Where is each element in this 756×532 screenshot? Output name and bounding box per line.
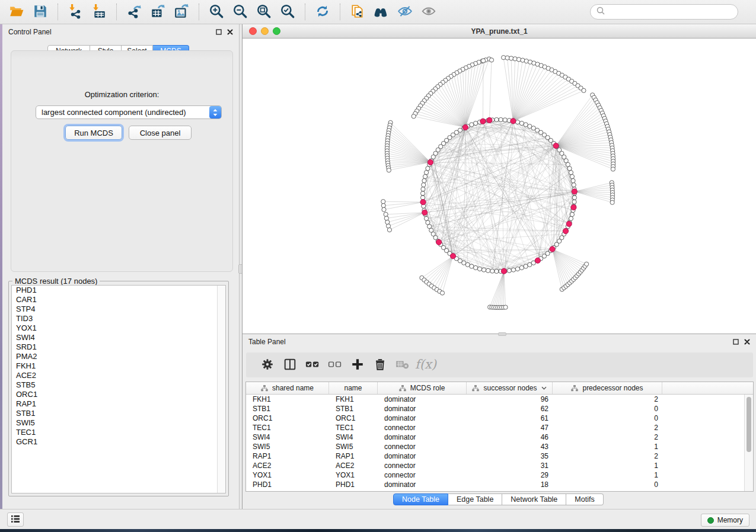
tab-network-table[interactable]: Network Table	[502, 493, 566, 505]
column-header-predecessor-nodes[interactable]: predecessor nodes	[553, 382, 662, 394]
mcds-result-item[interactable]: STB1	[12, 409, 225, 418]
window-minimize-button[interactable]	[261, 27, 269, 35]
cell-MCDS-role: connector	[378, 462, 467, 470]
mcds-result-item[interactable]: CAR1	[12, 295, 225, 305]
memory-button[interactable]: Memory	[701, 514, 749, 527]
zoom-selected-button[interactable]	[277, 2, 298, 22]
run-mcds-button[interactable]: Run MCDS	[65, 126, 122, 140]
table-row[interactable]: TEC1TEC1connector472	[246, 423, 744, 432]
mcds-result-item[interactable]: PHD1	[12, 286, 225, 295]
close-panel-icon[interactable]	[227, 29, 233, 35]
table-row[interactable]: STB1STB1dominator620	[246, 404, 744, 414]
delete-table-button[interactable]	[391, 355, 414, 375]
select-all-button[interactable]	[301, 355, 324, 375]
mcds-result-group: MCDS result (17 nodes) PHD1CAR1STP4TID3Y…	[8, 281, 229, 496]
graphics-details-button[interactable]	[395, 2, 415, 22]
deselect-all-button[interactable]	[324, 355, 346, 375]
mcds-result-item[interactable]: YOX1	[12, 323, 225, 333]
open-session-button[interactable]	[7, 2, 27, 22]
network-window-titlebar[interactable]: YPA_prune.txt_1	[243, 24, 756, 39]
network-canvas[interactable]	[243, 39, 756, 333]
task-history-button[interactable]	[7, 512, 24, 527]
mcds-result-item[interactable]: STB5	[12, 380, 225, 390]
new-network-from-selection-button[interactable]	[347, 2, 368, 22]
add-row-button[interactable]	[346, 355, 369, 375]
search-input[interactable]	[605, 8, 732, 17]
float-panel-icon[interactable]	[733, 339, 739, 345]
birds-eye-view-button[interactable]	[419, 2, 439, 22]
optimization-criterion-select[interactable]: largest connected component (undirected)	[36, 105, 222, 119]
mcds-result-item[interactable]: FKH1	[12, 361, 225, 371]
show-columns-button[interactable]	[279, 355, 301, 375]
horizontal-splitter-handle[interactable]	[498, 332, 506, 336]
toolbar-separator	[305, 4, 305, 20]
table-row[interactable]: ACE2ACE2connector311	[246, 461, 744, 470]
zoom-out-button[interactable]	[230, 2, 250, 22]
tab-edge-table[interactable]: Edge Table	[448, 493, 502, 505]
mcds-result-item[interactable]: TID3	[12, 314, 225, 323]
table-row[interactable]: SWI4SWI4dominator462	[246, 432, 744, 442]
toolbar-separator	[116, 4, 117, 20]
cell-successor-nodes: 43	[467, 443, 553, 451]
function-builder-button[interactable]: f(x)	[414, 355, 436, 375]
close-panel-button[interactable]: Close panel	[129, 126, 192, 140]
window-close-button[interactable]	[249, 27, 257, 35]
cell-MCDS-role: dominator	[378, 395, 467, 403]
mcds-result-item[interactable]: TEC1	[12, 428, 225, 437]
mcds-result-item[interactable]: PMA2	[12, 352, 225, 361]
column-header-name[interactable]: name	[329, 382, 378, 394]
table-row[interactable]: RAP1RAP1dominator352	[246, 451, 744, 461]
network-view-panel: YPA_prune.txt_1	[242, 24, 756, 334]
cell-successor-nodes: 18	[467, 480, 553, 489]
memory-label: Memory	[717, 516, 743, 524]
column-header-shared-name[interactable]: shared name	[246, 382, 329, 394]
tab-motifs[interactable]: Motifs	[566, 493, 603, 505]
tab-node-table[interactable]: Node Table	[393, 493, 448, 505]
fx-icon: f(x)	[413, 356, 438, 374]
export-table-icon	[150, 4, 165, 21]
table-settings-button[interactable]	[256, 355, 279, 375]
optimization-criterion-label: Optimization criterion:	[11, 90, 232, 99]
zoom-in-button[interactable]	[206, 2, 227, 22]
export-table-button[interactable]	[148, 2, 168, 22]
mcds-result-item[interactable]: SRD1	[12, 342, 225, 352]
cell-MCDS-role: dominator	[378, 414, 467, 422]
export-network-button[interactable]	[124, 2, 144, 22]
delete-row-button[interactable]	[369, 355, 391, 375]
column-header-MCDS-role[interactable]: MCDS role	[378, 382, 467, 394]
cell-name: SWI4	[329, 433, 378, 441]
zoom-fit-button[interactable]	[254, 2, 274, 22]
mcds-result-item[interactable]: ORC1	[12, 390, 225, 399]
network-graph[interactable]	[243, 39, 756, 333]
table-scrollbar[interactable]	[744, 395, 753, 491]
plus-icon	[350, 357, 365, 373]
table-row[interactable]: YOX1YOX1connector291	[246, 470, 744, 480]
network-title: YPA_prune.txt_1	[471, 27, 527, 36]
mcds-result-item[interactable]: STP4	[12, 305, 225, 314]
refresh-view-button[interactable]	[312, 2, 333, 22]
window-zoom-button[interactable]	[273, 27, 280, 35]
float-panel-icon[interactable]	[216, 29, 222, 35]
table-row[interactable]: SWI5SWI5connector431	[246, 442, 744, 451]
export-image-button[interactable]	[171, 2, 192, 22]
table-row[interactable]: ORC1ORC1dominator610	[246, 414, 744, 423]
mcds-result-item[interactable]: GCR1	[12, 437, 225, 447]
import-network-button[interactable]	[65, 2, 85, 22]
column-header-successor-nodes[interactable]: successor nodes	[467, 382, 553, 394]
close-panel-icon[interactable]	[744, 339, 750, 345]
save-session-button[interactable]	[30, 2, 50, 22]
scrollbar-thumb[interactable]	[747, 397, 751, 452]
result-list-scrollbar[interactable]	[217, 286, 225, 493]
table-row[interactable]: FKH1FKH1dominator962	[246, 395, 744, 404]
import-table-button[interactable]	[89, 2, 109, 22]
cell-shared-name: ORC1	[246, 414, 329, 422]
mcds-result-item[interactable]: SWI4	[12, 333, 225, 342]
search-network-button[interactable]	[371, 2, 391, 22]
mcds-result-item[interactable]: ACE2	[12, 371, 225, 380]
mcds-result-item[interactable]: SWI5	[12, 418, 225, 428]
checked-boxes-icon	[305, 357, 320, 373]
mcds-result-item[interactable]: RAP1	[12, 399, 225, 409]
cell-shared-name: SWI5	[246, 443, 329, 451]
search-box[interactable]	[590, 4, 738, 20]
table-row[interactable]: PHD1PHD1dominator180	[246, 480, 744, 489]
